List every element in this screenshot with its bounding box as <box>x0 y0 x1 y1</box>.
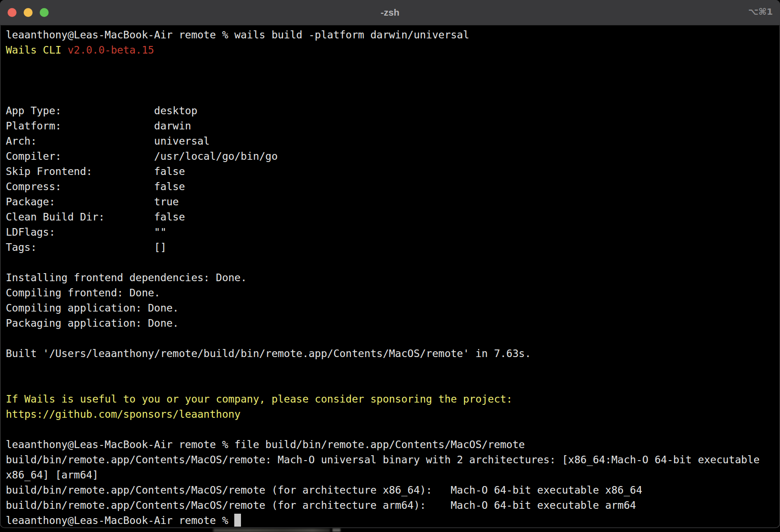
terminal-text-segment: Wails CLI <box>6 44 67 56</box>
terminal-line: Installing frontend dependencies: Done. <box>6 270 780 285</box>
terminal-line: leaanthony@Leas-MacBook-Air remote % wai… <box>6 27 780 42</box>
terminal-text-segment: v2.0.0-beta.15 <box>67 44 154 56</box>
terminal-line <box>6 88 780 103</box>
terminal-line: Arch: universal <box>6 133 780 149</box>
terminal-line: If Wails is useful to you or your compan… <box>6 391 780 407</box>
terminal-line <box>6 376 780 391</box>
terminal-line: build/bin/remote.app/Contents/MacOS/remo… <box>6 452 780 467</box>
terminal-line <box>6 255 780 270</box>
terminal-text-segment: build/bin/remote.app/Contents/MacOS/remo… <box>6 484 642 496</box>
terminal-line: Tags: [] <box>6 240 780 255</box>
terminal-text-segment: leaanthony@Leas-MacBook-Air remote % <box>6 515 234 526</box>
window-shortcut-badge: ⌥⌘1 <box>748 6 773 17</box>
terminal-text-segment: https://github.com/sponsors/leaanthony <box>6 408 241 420</box>
terminal-line: leaanthony@Leas-MacBook-Air remote % <box>6 513 780 528</box>
terminal-text-segment: Tags: [] <box>6 241 166 253</box>
terminal-line: Platform: darwin <box>6 118 780 133</box>
fullscreen-button[interactable] <box>40 8 49 17</box>
terminal-text-segment: Compiler: /usr/local/go/bin/go <box>6 150 278 162</box>
terminal-line: https://github.com/sponsors/leaanthony <box>6 407 780 422</box>
terminal-line: Compiling application: Done. <box>6 300 780 316</box>
terminal-line <box>6 58 780 73</box>
terminal-text-segment: Package: true <box>6 196 179 208</box>
terminal-line: Skip Frontend: false <box>6 164 780 179</box>
terminal-line: build/bin/remote.app/Contents/MacOS/remo… <box>6 498 780 513</box>
terminal-cursor[interactable] <box>234 514 241 527</box>
terminal-line: LDFlags: "" <box>6 224 780 240</box>
titlebar[interactable]: -zsh ⌥⌘1 <box>0 0 780 25</box>
minimize-button[interactable] <box>24 8 33 17</box>
terminal-line <box>6 331 780 346</box>
terminal-text-segment: Installing frontend dependencies: Done. <box>6 272 247 283</box>
terminal-line: Clean Build Dir: false <box>6 209 780 224</box>
terminal-text-segment: Compress: false <box>6 181 185 192</box>
terminal-text-segment: LDFlags: "" <box>6 226 166 238</box>
terminal-line: Compiler: /usr/local/go/bin/go <box>6 149 780 164</box>
traffic-lights <box>0 8 49 17</box>
background-window-fragment <box>213 528 330 532</box>
terminal-text-segment: leaanthony@Leas-MacBook-Air remote % wai… <box>6 29 469 41</box>
terminal-line: leaanthony@Leas-MacBook-Air remote % fil… <box>6 437 780 452</box>
terminal-text-segment: Compiling application: Done. <box>6 302 179 314</box>
terminal-text-segment: build/bin/remote.app/Contents/MacOS/remo… <box>6 454 759 466</box>
terminal-text-segment: Arch: universal <box>6 135 210 147</box>
terminal-text-segment: Platform: darwin <box>6 120 191 132</box>
terminal-line: Compress: false <box>6 179 780 194</box>
terminal-line <box>6 422 780 437</box>
terminal-output[interactable]: leaanthony@Leas-MacBook-Air remote % wai… <box>0 25 780 528</box>
terminal-line: Compiling frontend: Done. <box>6 285 780 300</box>
terminal-text-segment: Packaging application: Done. <box>6 317 179 329</box>
close-button[interactable] <box>8 8 17 17</box>
terminal-line: Packaging application: Done. <box>6 316 780 331</box>
terminal-line: Built '/Users/leaanthony/remote/build/bi… <box>6 346 780 361</box>
terminal-text-segment: Clean Build Dir: false <box>6 211 185 223</box>
terminal-text-segment: App Type: desktop <box>6 105 197 116</box>
terminal-line: Package: true <box>6 194 780 209</box>
terminal-line <box>6 73 780 88</box>
terminal-line: x86_64] [arm64] <box>6 467 780 482</box>
terminal-text-segment: If Wails is useful to you or your compan… <box>6 393 512 405</box>
terminal-text-segment: x86_64] [arm64] <box>6 469 99 481</box>
terminal-text-segment: Built '/Users/leaanthony/remote/build/bi… <box>6 348 531 359</box>
terminal-line <box>6 361 780 376</box>
terminal-line: Wails CLI v2.0.0-beta.15 <box>6 42 780 58</box>
terminal-line: build/bin/remote.app/Contents/MacOS/remo… <box>6 482 780 498</box>
terminal-text-segment: leaanthony@Leas-MacBook-Air remote % fil… <box>6 439 525 450</box>
terminal-text-segment: Skip Frontend: false <box>6 166 185 177</box>
terminal-window: -zsh ⌥⌘1 leaanthony@Leas-MacBook-Air rem… <box>0 0 780 528</box>
window-title: -zsh <box>0 7 780 18</box>
desktop-background: -zsh ⌥⌘1 leaanthony@Leas-MacBook-Air rem… <box>0 0 780 532</box>
background-window-fragment-small <box>332 528 340 532</box>
terminal-line: App Type: desktop <box>6 103 780 118</box>
terminal-text-segment: Compiling frontend: Done. <box>6 287 160 299</box>
terminal-text-segment: build/bin/remote.app/Contents/MacOS/remo… <box>6 499 636 511</box>
